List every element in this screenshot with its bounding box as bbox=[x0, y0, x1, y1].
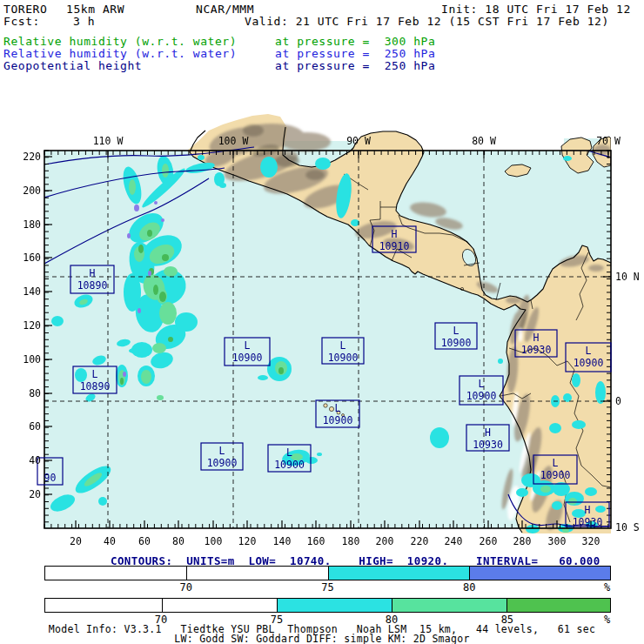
colorbar-segment bbox=[162, 599, 277, 612]
grid-x-label: 240 bbox=[445, 535, 463, 547]
grid-x-label: 180 bbox=[342, 535, 360, 547]
weather-plot-page: { "header": { "model": "TORERO", "resolu… bbox=[0, 0, 644, 644]
svg-text:10930: 10930 bbox=[473, 439, 503, 451]
colorbar-tick-label: 80 bbox=[463, 581, 475, 594]
svg-text:10900: 10900 bbox=[466, 390, 497, 402]
colorbar-segment bbox=[328, 567, 469, 580]
lon-label: 80 W bbox=[472, 135, 496, 147]
svg-text:H: H bbox=[90, 267, 96, 279]
grid-x-label: 260 bbox=[480, 535, 498, 547]
grid-x-label: 160 bbox=[307, 535, 325, 547]
lat-label: 0 bbox=[615, 395, 621, 407]
colorbar-segment bbox=[277, 599, 392, 612]
svg-text:10900: 10900 bbox=[328, 352, 359, 364]
grid-x-label: 20 bbox=[70, 535, 82, 547]
field-3-level: at pressure = 250 hPa bbox=[275, 60, 435, 71]
svg-text:L: L bbox=[245, 339, 251, 352]
svg-text:L: L bbox=[479, 378, 485, 390]
field-2-level: at pressure = 250 hPa bbox=[275, 48, 435, 59]
svg-text:L: L bbox=[92, 368, 98, 380]
grid-x-label: 100 bbox=[205, 535, 223, 547]
svg-text:10900: 10900 bbox=[207, 457, 238, 469]
field-1-name: Relative humidity (w.r.t. water) bbox=[3, 36, 237, 47]
grid-x-label: 140 bbox=[273, 535, 292, 547]
svg-text:H: H bbox=[585, 504, 591, 516]
colorbar-1 bbox=[44, 566, 611, 580]
colorbar-segment bbox=[45, 599, 162, 612]
svg-text:10900: 10900 bbox=[274, 459, 305, 471]
colorbar-tick-label: 75 bbox=[321, 581, 333, 594]
svg-text:10890: 10890 bbox=[80, 380, 111, 392]
grid-y-label: 20 bbox=[29, 488, 41, 500]
grid-y-label: 220 bbox=[23, 151, 41, 163]
lon-label: 110 W bbox=[93, 135, 124, 147]
svg-text:L: L bbox=[219, 445, 225, 457]
lon-label: 100 W bbox=[218, 135, 249, 147]
svg-text:10900: 10900 bbox=[574, 357, 604, 369]
lon-label: 70 W bbox=[596, 135, 621, 147]
field-3-name: Geopotential height bbox=[3, 60, 142, 71]
map-canvas: H10890L1089090L10900L10900H10910L10900H1… bbox=[0, 0, 644, 644]
svg-text:10900: 10900 bbox=[323, 414, 353, 426]
svg-text:10900: 10900 bbox=[441, 337, 472, 349]
fcst-value: 3 h bbox=[73, 16, 95, 27]
model-resolution: 15km ARW bbox=[66, 3, 124, 15]
svg-text:L: L bbox=[553, 457, 559, 469]
grid-x-label: 200 bbox=[376, 535, 394, 547]
grid-x-label: 320 bbox=[582, 535, 600, 547]
fcst-label: Fcst: bbox=[3, 16, 40, 27]
svg-text:L: L bbox=[586, 345, 592, 357]
colorbar-segment bbox=[45, 567, 186, 580]
grid-y-label: 40 bbox=[29, 454, 41, 466]
valid-time: Valid: 21 UTC Fri 17 Feb 12 (15 CST Fri … bbox=[245, 16, 609, 27]
svg-text:10910: 10910 bbox=[379, 240, 410, 252]
colorbar-segment bbox=[186, 567, 327, 580]
colorbar-segment bbox=[469, 567, 610, 580]
grid-y-label: 160 bbox=[23, 252, 41, 264]
svg-text:90: 90 bbox=[44, 472, 57, 484]
grid-x-label: 300 bbox=[548, 535, 567, 547]
colorbar-segment bbox=[506, 599, 610, 612]
grid-y-label: 120 bbox=[23, 319, 41, 332]
model-name: TORERO bbox=[3, 3, 47, 15]
field-2-name: Relative humidity (w.r.t. water) bbox=[3, 48, 237, 59]
field-1-level: at pressure = 300 hPa bbox=[275, 36, 435, 47]
grid-x-label: 120 bbox=[238, 535, 257, 547]
grid-x-label: 40 bbox=[104, 535, 116, 547]
grid-x-label: 60 bbox=[138, 535, 151, 547]
grid-y-label: 80 bbox=[29, 387, 41, 399]
colorbar-segment bbox=[392, 599, 506, 612]
grid-y-label: 200 bbox=[23, 184, 41, 197]
svg-text:10930: 10930 bbox=[573, 516, 603, 528]
colorbar-unit-label: % bbox=[604, 581, 610, 594]
svg-text:L: L bbox=[286, 446, 292, 459]
svg-text:10900: 10900 bbox=[232, 352, 263, 364]
grid-y-label: 180 bbox=[23, 218, 41, 231]
grid-x-label: 220 bbox=[411, 535, 429, 547]
grid-y-label: 140 bbox=[23, 285, 41, 298]
svg-text:L: L bbox=[335, 402, 341, 414]
grid-x-label: 80 bbox=[172, 535, 184, 547]
svg-text:H: H bbox=[533, 332, 540, 344]
svg-text:10900: 10900 bbox=[540, 469, 571, 481]
org-name: NCAR/MMM bbox=[196, 3, 254, 15]
grid-y-label: 60 bbox=[29, 420, 41, 433]
colorbar-2 bbox=[44, 598, 611, 613]
colorbar-tick-label: 70 bbox=[180, 581, 192, 594]
svg-text:L: L bbox=[453, 325, 460, 337]
svg-text:H: H bbox=[392, 228, 398, 240]
svg-text:H: H bbox=[485, 426, 491, 439]
init-time: Init: 18 UTC Fri 17 Feb 12 bbox=[441, 3, 631, 15]
model-info-line-2: LW: Godd SW: Goddard DIFF: simple KM: 2D… bbox=[0, 633, 644, 644]
lon-label: 90 W bbox=[346, 135, 371, 147]
grid-y-label: 100 bbox=[23, 353, 41, 366]
svg-text:L: L bbox=[340, 339, 346, 352]
lat-label: 10 N bbox=[615, 271, 640, 283]
lat-label: 10 S bbox=[615, 521, 640, 533]
svg-text:10890: 10890 bbox=[77, 279, 108, 292]
grid-x-label: 280 bbox=[513, 535, 532, 547]
svg-text:10930: 10930 bbox=[521, 344, 552, 356]
